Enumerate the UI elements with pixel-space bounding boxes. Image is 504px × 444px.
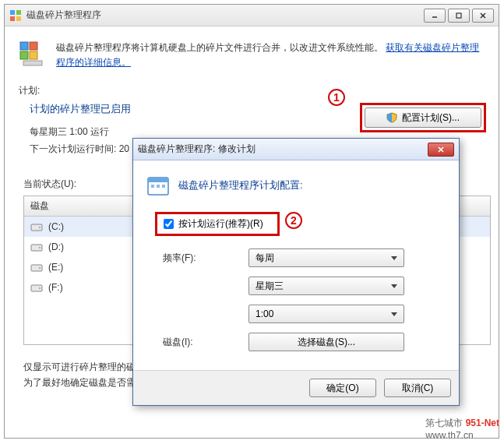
dialog-heading: 磁盘碎片整理程序计划配置:	[178, 178, 303, 192]
dialog-close-button[interactable]	[428, 143, 454, 157]
dialog-footer: 确定(O) 取消(C)	[133, 370, 459, 405]
app-icon	[9, 9, 22, 22]
watermark-text: 第七城市	[425, 418, 463, 428]
cancel-button[interactable]: 取消(C)	[384, 379, 451, 397]
disk-row: 磁盘(I): 选择磁盘(S)...	[163, 333, 446, 351]
note-line: 仅显示可进行碎片整理的磁	[23, 359, 136, 375]
current-state-label: 当前状态(U):	[23, 178, 76, 191]
disk-label: 磁盘(I):	[163, 336, 248, 349]
modify-schedule-dialog: 磁盘碎片整理程序: 修改计划 磁盘碎片整理程序计划配置: 按计划运行(推荐)(R…	[132, 138, 460, 406]
shield-icon	[386, 112, 397, 123]
defrag-icon	[19, 41, 47, 69]
info-text: 磁盘碎片整理程序将计算机硬盘上的碎片文件进行合并，以改进文件系统性能。 获取有关…	[56, 41, 485, 70]
svg-rect-26	[157, 185, 160, 188]
run-on-schedule-highlight: 按计划运行(推荐)(R)	[155, 212, 280, 236]
svg-rect-24	[148, 178, 168, 182]
close-button[interactable]	[472, 9, 494, 23]
chevron-down-icon	[391, 284, 397, 288]
svg-rect-12	[23, 61, 42, 65]
drive-label: (D:)	[48, 241, 64, 252]
watermark-url: www.th7.cn	[425, 430, 499, 441]
window-title: 磁盘碎片整理程序	[26, 9, 424, 22]
watermark: 第七城市 951-Net www.th7.cn	[425, 417, 499, 441]
chevron-down-icon	[391, 312, 397, 316]
dialog-body: 磁盘碎片整理程序计划配置: 按计划运行(推荐)(R) 频率(F): 每周 星期三	[133, 160, 459, 370]
svg-rect-8	[20, 42, 28, 50]
dialog-title: 磁盘碎片整理程序: 修改计划	[138, 143, 428, 156]
info-text-prefix: 磁盘碎片整理程序将计算机硬盘上的碎片文件进行合并，以改进文件系统性能。	[56, 42, 383, 53]
svg-point-14	[39, 227, 41, 228]
svg-rect-27	[162, 185, 165, 188]
frequency-row: 频率(F): 每周	[163, 248, 446, 267]
minimize-button[interactable]	[424, 9, 446, 23]
info-row: 磁盘碎片整理程序将计算机硬盘上的碎片文件进行合并，以改进文件系统性能。 获取有关…	[19, 41, 485, 70]
callout-2: 2	[285, 212, 302, 229]
day-combobox[interactable]: 星期三	[248, 277, 404, 295]
drive-label: (C:)	[48, 221, 64, 232]
svg-rect-0	[10, 10, 15, 15]
time-combobox[interactable]: 1:00	[248, 305, 404, 323]
drive-label: (E:)	[48, 262, 63, 273]
config-button-highlight: 配置计划(S)...	[360, 103, 486, 132]
svg-rect-10	[20, 51, 28, 59]
ok-button[interactable]: 确定(O)	[309, 379, 376, 397]
svg-rect-3	[16, 16, 21, 21]
configure-schedule-label: 配置计划(S)...	[402, 111, 460, 125]
run-on-schedule-label: 按计划运行(推荐)(R)	[178, 217, 263, 231]
schedule-label: 计划:	[19, 84, 485, 97]
svg-rect-2	[10, 16, 15, 21]
note-text: 仅显示可进行碎片整理的磁 为了最好地确定磁盘是否需	[23, 359, 136, 391]
drive-icon	[30, 262, 43, 273]
window-controls	[424, 9, 494, 23]
calendar-icon	[146, 173, 171, 198]
configure-schedule-button[interactable]: 配置计划(S)...	[365, 107, 481, 128]
drive-icon	[30, 221, 43, 232]
svg-rect-1	[16, 10, 21, 15]
svg-point-20	[39, 287, 41, 289]
day-row: 星期三	[163, 277, 446, 295]
schedule-form: 频率(F): 每周 星期三 1:00	[163, 248, 446, 351]
note-line: 为了最好地确定磁盘是否需	[23, 375, 136, 390]
dialog-titlebar: 磁盘碎片整理程序: 修改计划	[133, 139, 459, 160]
select-disks-button[interactable]: 选择磁盘(S)...	[248, 333, 404, 351]
frequency-value: 每周	[256, 252, 274, 265]
drive-icon	[30, 241, 43, 252]
maximize-button[interactable]	[448, 9, 470, 23]
run-on-schedule-checkbox[interactable]	[164, 219, 174, 229]
svg-rect-11	[30, 51, 37, 59]
titlebar: 磁盘碎片整理程序	[5, 5, 499, 26]
time-row: 1:00	[163, 305, 446, 323]
svg-rect-9	[30, 42, 37, 50]
day-value: 星期三	[256, 280, 284, 293]
watermark-brand: 951-Net	[466, 418, 499, 428]
frequency-combobox[interactable]: 每周	[248, 248, 404, 267]
chevron-down-icon	[391, 256, 397, 260]
svg-point-18	[39, 267, 41, 269]
svg-rect-25	[151, 185, 154, 188]
svg-rect-5	[456, 13, 461, 18]
time-value: 1:00	[256, 308, 273, 319]
drive-icon	[30, 282, 43, 293]
callout-1: 1	[328, 89, 345, 106]
frequency-label: 频率(F):	[163, 252, 248, 265]
drive-label: (F:)	[48, 282, 63, 293]
svg-point-16	[39, 247, 41, 248]
dialog-head-row: 磁盘碎片整理程序计划配置:	[146, 173, 446, 198]
